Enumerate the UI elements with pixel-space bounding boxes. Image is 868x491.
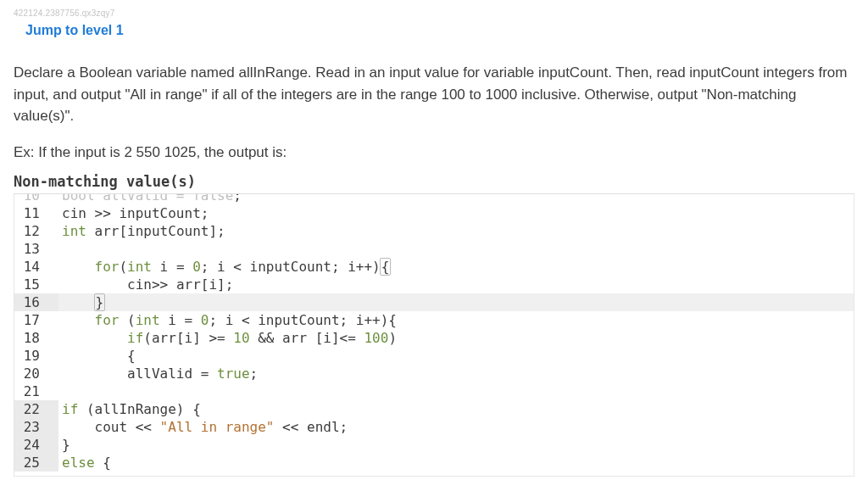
code-line[interactable]: 24} bbox=[14, 436, 854, 454]
line-number: 11 bbox=[14, 204, 58, 222]
code-line[interactable]: 21 bbox=[14, 382, 854, 400]
code-content[interactable]: } bbox=[58, 293, 854, 311]
example-label: Ex: If the input is 2 550 1025, the outp… bbox=[14, 144, 854, 161]
code-content[interactable]: bool allValid = false; bbox=[58, 194, 854, 197]
code-line[interactable]: 14 for(int i = 0; i < inputCount; i++){ bbox=[14, 258, 854, 276]
code-content[interactable]: else { bbox=[58, 454, 854, 471]
code-line[interactable]: 25else { bbox=[14, 454, 854, 471]
line-number: 22 bbox=[14, 400, 58, 418]
code-content[interactable]: if(arr[i] >= 10 && arr [i]<= 100) bbox=[58, 329, 854, 347]
line-number: 14 bbox=[14, 258, 58, 276]
problem-prompt: Declare a Boolean variable named allInRa… bbox=[14, 62, 854, 127]
line-number: 17 bbox=[14, 311, 58, 329]
code-content[interactable]: allValid = true; bbox=[58, 365, 854, 382]
code-line[interactable]: 20 allValid = true; bbox=[14, 365, 854, 382]
line-number: 25 bbox=[14, 454, 58, 471]
line-number: 12 bbox=[14, 222, 58, 240]
meta-id: 422124.2387756.qx3zqy7 bbox=[14, 8, 854, 18]
code-line[interactable]: 18 if(arr[i] >= 10 && arr [i]<= 100) bbox=[14, 329, 854, 347]
code-content[interactable]: cin >> inputCount; bbox=[58, 204, 854, 222]
code-line[interactable]: 16 } bbox=[14, 293, 854, 311]
line-number: 21 bbox=[14, 382, 58, 400]
code-content[interactable]: } bbox=[58, 436, 854, 454]
code-content[interactable]: for(int i = 0; i < inputCount; i++){ bbox=[58, 258, 854, 276]
code-content[interactable]: int arr[inputCount]; bbox=[58, 222, 854, 240]
code-line[interactable]: 11cin >> inputCount; bbox=[14, 204, 854, 222]
code-content[interactable]: cout << "All in range" << endl; bbox=[58, 418, 854, 436]
line-number: 16 bbox=[14, 293, 58, 311]
code-line[interactable]: 19 { bbox=[14, 347, 854, 365]
line-number: 20 bbox=[14, 365, 58, 382]
code-line[interactable]: 10bool allValid = false; bbox=[14, 194, 854, 204]
example-output: Non-matching value(s) bbox=[14, 173, 854, 190]
code-content[interactable]: if (allInRange) { bbox=[58, 400, 854, 418]
code-line[interactable]: 23 cout << "All in range" << endl; bbox=[14, 418, 854, 436]
line-number: 18 bbox=[14, 329, 58, 347]
code-content[interactable] bbox=[58, 382, 854, 400]
code-line[interactable]: 22if (allInRange) { bbox=[14, 400, 854, 418]
code-line[interactable]: 12int arr[inputCount]; bbox=[14, 222, 854, 240]
line-number: 24 bbox=[14, 436, 58, 454]
line-number: 13 bbox=[14, 240, 58, 258]
code-content[interactable]: cin>> arr[i]; bbox=[58, 276, 854, 293]
jump-to-level-link[interactable]: Jump to level 1 bbox=[25, 23, 124, 38]
code-line[interactable]: 13 bbox=[14, 240, 854, 258]
code-line[interactable]: 15 cin>> arr[i]; bbox=[14, 276, 854, 293]
code-line[interactable]: 17 for (int i = 0; i < inputCount; i++){ bbox=[14, 311, 854, 329]
line-number: 15 bbox=[14, 276, 58, 293]
code-content[interactable]: { bbox=[58, 347, 854, 365]
line-number: 10 bbox=[14, 194, 58, 197]
code-editor[interactable]: 10bool allValid = false;11cin >> inputCo… bbox=[14, 193, 854, 477]
code-content[interactable]: for (int i = 0; i < inputCount; i++){ bbox=[58, 311, 854, 329]
line-number: 19 bbox=[14, 347, 58, 365]
line-number: 23 bbox=[14, 418, 58, 436]
code-content[interactable] bbox=[58, 240, 854, 258]
